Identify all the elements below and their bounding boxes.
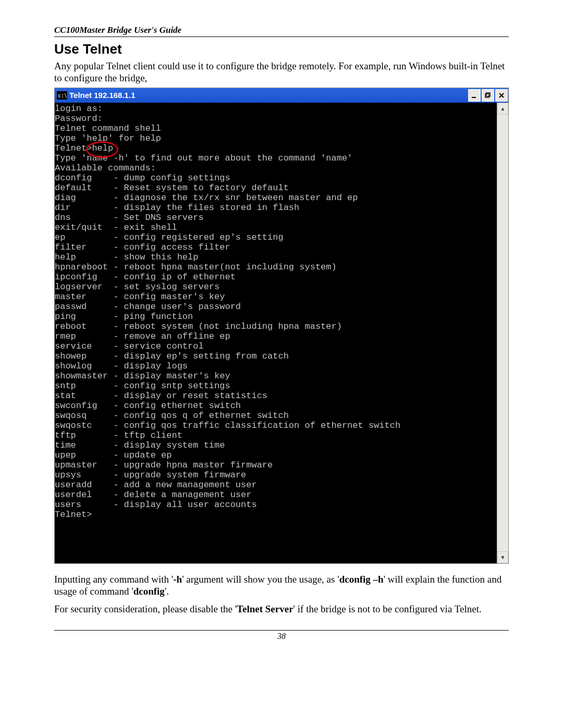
page-footer: 38: [54, 630, 509, 641]
maximize-button[interactable]: [482, 89, 494, 102]
scroll-down-arrow-icon[interactable]: ▼: [497, 551, 508, 563]
terminal-output[interactable]: login as: Password: Telnet command shell…: [55, 103, 497, 563]
window-title: Telnet 192.168.1.1: [69, 91, 135, 100]
svg-rect-4: [486, 93, 490, 96]
vertical-scrollbar[interactable]: ▲ ▼: [497, 103, 508, 563]
telnet-window: c:\ Telnet 192.168.1.1: [54, 88, 509, 564]
svg-text:c:\: c:\: [58, 93, 67, 98]
svg-rect-3: [485, 94, 489, 97]
section-title: Use Telnet: [54, 41, 509, 57]
svg-rect-2: [472, 97, 476, 98]
window-controls: [468, 89, 508, 102]
document-page: CC100Master Bridge User's Guide Use Teln…: [0, 0, 563, 662]
minimize-button[interactable]: [468, 89, 481, 102]
security-paragraph: For security consideration, please disab…: [54, 603, 509, 615]
window-titlebar: c:\ Telnet 192.168.1.1: [55, 88, 508, 103]
usage-paragraph: Inputting any command with '-h' argument…: [54, 573, 509, 598]
cmd-icon: c:\: [57, 91, 67, 100]
close-button[interactable]: [495, 89, 508, 102]
help-annotation-circle: [86, 141, 118, 158]
console-area: login as: Password: Telnet command shell…: [55, 103, 508, 563]
intro-paragraph: Any popular Telnet client could use it t…: [54, 60, 509, 84]
after-screenshot-text: Inputting any command with '-h' argument…: [54, 573, 509, 615]
running-header: CC100Master Bridge User's Guide: [54, 25, 509, 37]
scroll-up-arrow-icon[interactable]: ▲: [497, 103, 508, 115]
page-number: 38: [277, 632, 286, 640]
scroll-track[interactable]: [497, 115, 508, 551]
